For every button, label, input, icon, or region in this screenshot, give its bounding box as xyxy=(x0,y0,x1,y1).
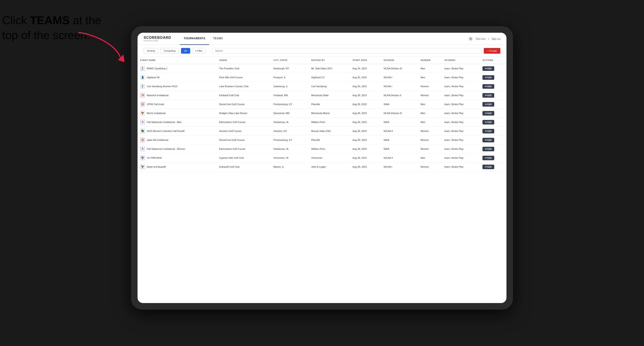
division-cell: NICAA I xyxy=(381,163,418,171)
actions-cell: ✏ Edit xyxy=(480,64,506,73)
start-date-cell: Aug 24, 2023 xyxy=(350,64,381,73)
event-name: Morris Invitational xyxy=(147,112,166,115)
edit-button[interactable]: ✏ Edit xyxy=(482,120,494,125)
venue-cell: Ruttger's Bay Lake Resort xyxy=(216,109,271,118)
table-row: ⚜ Fall Statesmen Invitational - Men Edmu… xyxy=(138,118,506,127)
start-date-cell: Aug 25, 2023 xyxy=(350,73,381,82)
event-name: VU PREVIEW xyxy=(147,157,162,159)
event-icon: 🦅 xyxy=(140,165,145,169)
hosting-filter-button[interactable]: Hosting xyxy=(144,48,158,54)
all-filter-button[interactable]: All xyxy=(181,48,190,54)
edit-button[interactable]: ✏ Edit xyxy=(482,66,494,71)
event-name: Klash at Kokopelli xyxy=(147,166,166,168)
division-cell: NCAA Division II xyxy=(381,91,418,100)
competing-filter-button[interactable]: Competing xyxy=(160,48,178,54)
division-cell: NCAA Division III xyxy=(381,109,418,118)
scoring-cell: team, Stroke Play xyxy=(442,145,480,154)
gender-cell: Men xyxy=(418,73,442,82)
col-city-state: CITY, STATE xyxy=(271,57,309,64)
hosted-by-cell: Vincennes xyxy=(309,154,350,163)
col-start-date: START DATE xyxy=(350,57,381,64)
start-date-cell: Aug 28, 2023 xyxy=(350,163,381,171)
venue-cell: Faribault Golf Club xyxy=(216,91,271,100)
gender-cell: Men xyxy=(418,154,442,163)
event-icon: 🦅 xyxy=(140,156,145,160)
division-cell: NAIA xyxy=(381,136,418,145)
actions-cell: ✏ Edit xyxy=(480,109,506,118)
start-date-cell: Aug 28, 2023 xyxy=(350,100,381,109)
event-name-cell: 🐺 upike fall invitational xyxy=(138,136,216,145)
city-state-cell: Deerwood, MN xyxy=(271,109,309,118)
hosted-by-cell: Carl Sandburg xyxy=(309,82,350,91)
event-icon: ⚜ xyxy=(140,147,145,151)
edit-button[interactable]: ✏ Edit xyxy=(482,156,494,160)
search-input[interactable] xyxy=(212,48,482,54)
start-date-cell: Aug 28, 2023 xyxy=(350,91,381,100)
tournaments-table-container: EVENT NAME VENUE CITY, STATE HOSTED BY S… xyxy=(138,57,506,303)
tablet-screen: SCOREBOARD Powered by clippit TOURNAMENT… xyxy=(138,33,506,303)
actions-cell: ✏ Edit xyxy=(480,136,506,145)
sign-out-link[interactable]: Sign out xyxy=(492,37,500,40)
scoring-cell: team, Stroke Play xyxy=(442,136,480,145)
scoring-cell: team, Stroke Play xyxy=(442,109,480,118)
gender-cell: Men xyxy=(418,118,442,127)
city-state-cell: Hesston, KS xyxy=(271,127,309,136)
table-row: 👤 Highland 36 Park Hills Golf Course Fre… xyxy=(138,73,506,82)
tab-teams[interactable]: TEAMS xyxy=(209,33,227,45)
create-button[interactable]: + Create xyxy=(484,48,500,54)
tab-tournaments[interactable]: TOURNAMENTS xyxy=(180,33,209,45)
settings-icon[interactable]: ⚙ xyxy=(468,37,473,41)
edit-button[interactable]: ✏ Edit xyxy=(482,138,494,142)
scoring-cell: team, Stroke Play xyxy=(442,163,480,171)
start-date-cell: Aug 28, 2023 xyxy=(350,109,381,118)
edit-button[interactable]: ✏ Edit xyxy=(482,165,494,169)
start-date-cell: Aug 28, 2023 xyxy=(350,136,381,145)
table-row: 🏌 MSMC Qualifying 1 The Powelton Club Ne… xyxy=(138,64,506,73)
edit-button[interactable]: ✏ Edit xyxy=(482,147,494,151)
venue-cell: Park Hills Golf Course xyxy=(216,73,271,82)
edit-button[interactable]: ✏ Edit xyxy=(482,129,494,133)
hosted-by-cell: Minnesota State xyxy=(309,91,350,100)
event-name-cell: 🏌 Carl Sandburg Women FA23 xyxy=(138,82,216,91)
col-gender: GENDER xyxy=(418,57,442,64)
division-cell: NICAA II xyxy=(381,154,418,163)
event-icon: ⚜ xyxy=(140,120,145,125)
gender-cell: Women xyxy=(418,145,442,154)
scoring-cell: team, Stroke Play xyxy=(442,64,480,73)
event-name: upike fall invitational xyxy=(147,139,168,141)
col-scoring: SCORING xyxy=(442,57,480,64)
actions-cell: ✏ Edit xyxy=(480,73,506,82)
scoring-cell: team, Stroke Play xyxy=(442,73,480,82)
event-name-cell: 👤 Highland 36 xyxy=(138,73,216,82)
venue-cell: The Powelton Club xyxy=(216,64,271,73)
hosted-by-cell: Highland CC xyxy=(309,73,350,82)
event-name-cell: 🦅 Morris Invitational xyxy=(138,109,216,118)
col-hosted-by: HOSTED BY xyxy=(309,57,350,64)
edit-button[interactable]: ✏ Edit xyxy=(482,84,494,89)
event-name: UPKE Fall Invite xyxy=(147,103,164,106)
venue-cell: StoneCrest Golf Course xyxy=(216,136,271,145)
city-state-cell: Oskaloosa, IA xyxy=(271,145,309,154)
hosted-by-cell: Murray State (OK) xyxy=(309,127,350,136)
tablet-device: SCOREBOARD Powered by clippit TOURNAMENT… xyxy=(131,26,513,310)
city-state-cell: Newburgh, NY xyxy=(271,64,309,73)
edit-button[interactable]: ✏ Edit xyxy=(482,102,494,107)
division-cell: NCAA Division III xyxy=(381,64,418,73)
instruction-line1: Click TEAMS at the xyxy=(2,14,101,27)
table-row: 🦅 Klash at Kokopelli Kokopelli Golf Club… xyxy=(138,163,506,171)
city-state-cell: Vincennes, IN xyxy=(271,154,309,163)
filter-button[interactable]: ≡ Filter xyxy=(192,48,206,54)
actions-cell: ✏ Edit xyxy=(480,163,506,171)
venue-cell: Cypress Hills Golf Club xyxy=(216,154,271,163)
event-name-cell: 🦬 2023 Women's Hesston Fall Kickoff xyxy=(138,127,216,136)
start-date-cell: Aug 28, 2023 xyxy=(350,145,381,154)
hosted-by-cell: Pikeville xyxy=(309,100,350,109)
gender-cell: Men xyxy=(418,109,442,118)
table-row: 🦅 Morris Invitational Ruttger's Bay Lake… xyxy=(138,109,506,118)
edit-button[interactable]: ✏ Edit xyxy=(482,75,494,80)
edit-button[interactable]: ✏ Edit xyxy=(482,93,494,98)
edit-button[interactable]: ✏ Edit xyxy=(482,111,494,116)
table-row: 🦅 VU PREVIEW Cypress Hills Golf Club Vin… xyxy=(138,154,506,163)
event-name-cell: 🦅 VU PREVIEW xyxy=(138,154,216,163)
start-date-cell: Aug 28, 2023 xyxy=(350,154,381,163)
